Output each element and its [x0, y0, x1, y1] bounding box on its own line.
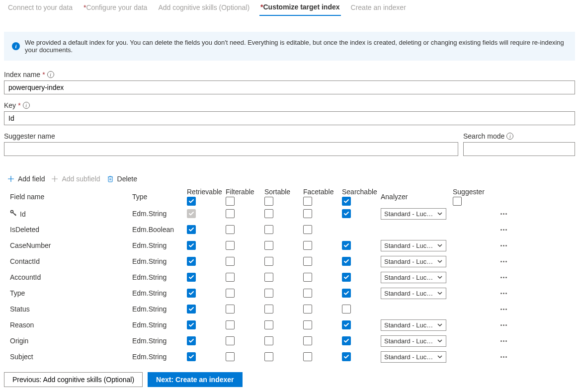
checkbox-searchable[interactable]	[342, 257, 351, 266]
table-row[interactable]: AccountIdEdm.StringStandard - Luce...	[4, 269, 518, 285]
checkbox-facetable[interactable]	[303, 320, 312, 329]
checkbox-searchable[interactable]	[342, 305, 351, 314]
help-icon[interactable]: i	[506, 133, 513, 140]
search-mode-input[interactable]	[463, 142, 575, 156]
checkbox-facetable[interactable]	[303, 336, 312, 345]
more-icon[interactable]	[489, 277, 518, 278]
checkbox-facetable[interactable]	[303, 209, 312, 218]
next-button[interactable]: Next: Create an indexer	[148, 372, 242, 381]
analyzer-select[interactable]: Standard - Luce...	[381, 208, 446, 220]
table-row[interactable]: ContactIdEdm.StringStandard - Luce...	[4, 253, 518, 269]
checkbox-retrievable[interactable]	[187, 273, 196, 282]
add-field-button[interactable]: Add field	[7, 175, 45, 183]
checkbox-retrievable[interactable]	[187, 352, 196, 361]
tab-1[interactable]: *Configure your data	[83, 1, 148, 15]
checkbox-facetable[interactable]	[303, 257, 312, 266]
analyzer-select[interactable]: Standard - Luce...	[381, 319, 446, 331]
checkbox-filterable[interactable]	[226, 257, 235, 266]
checkbox-searchable[interactable]	[342, 241, 351, 250]
checkbox-sortable[interactable]	[264, 320, 273, 329]
checkbox-sortable[interactable]	[264, 241, 273, 250]
more-icon[interactable]	[489, 324, 518, 326]
key-input[interactable]	[4, 111, 575, 125]
tab-3[interactable]: *Customize target index	[259, 1, 340, 16]
analyzer-select[interactable]: Standard - Luce...	[381, 288, 446, 299]
checkbox-retrievable[interactable]	[187, 320, 196, 329]
help-icon[interactable]: i	[23, 102, 30, 109]
checkbox-retrievable[interactable]	[187, 225, 196, 234]
checkbox-sortable[interactable]	[264, 273, 273, 282]
checkbox-filterable[interactable]	[226, 289, 235, 298]
more-icon[interactable]	[489, 261, 518, 262]
checkbox-facetable[interactable]	[303, 225, 312, 234]
checkbox-filterable[interactable]	[226, 336, 235, 345]
table-row[interactable]: IsDeletedEdm.Boolean	[4, 222, 518, 237]
tab-4[interactable]: Create an indexer	[350, 1, 407, 15]
analyzer-select[interactable]: Standard - Luce...	[381, 351, 446, 363]
checkbox-facetable[interactable]	[303, 305, 312, 314]
table-row[interactable]: OriginEdm.StringStandard - Luce...	[4, 333, 518, 349]
checkbox-searchable[interactable]	[342, 320, 351, 329]
header-checkbox-filterable[interactable]	[226, 197, 235, 206]
header-checkbox-facetable[interactable]	[303, 197, 312, 206]
checkbox-retrievable[interactable]	[187, 305, 196, 314]
more-icon[interactable]	[489, 229, 518, 231]
table-row[interactable]: SubjectEdm.StringStandard - Luce...	[4, 349, 518, 365]
analyzer-select[interactable]: Standard - Luce...	[381, 272, 446, 283]
more-icon[interactable]	[489, 213, 518, 215]
checkbox-filterable[interactable]	[226, 241, 235, 250]
checkbox-filterable[interactable]	[226, 209, 235, 218]
checkbox-searchable[interactable]	[342, 209, 351, 218]
tab-0[interactable]: Connect to your data	[7, 1, 74, 15]
checkbox-searchable[interactable]	[342, 289, 351, 298]
checkbox-sortable[interactable]	[264, 352, 273, 361]
analyzer-select[interactable]: Standard - Luce...	[381, 240, 446, 251]
table-row[interactable]: ReasonEdm.StringStandard - Luce...	[4, 317, 518, 333]
table-row[interactable]: StatusEdm.String	[4, 301, 518, 317]
tab-2[interactable]: Add cognitive skills (Optional)	[157, 1, 250, 15]
more-icon[interactable]	[489, 356, 518, 358]
header-checkbox-retrievable[interactable]	[187, 197, 196, 206]
more-icon[interactable]	[489, 293, 518, 294]
more-icon[interactable]	[489, 309, 518, 310]
checkbox-facetable[interactable]	[303, 273, 312, 282]
checkbox-filterable[interactable]	[226, 352, 235, 361]
table-row[interactable]: IdEdm.StringStandard - Luce...	[4, 206, 518, 222]
table-row[interactable]: CaseNumberEdm.StringStandard - Luce...	[4, 237, 518, 253]
checkbox-facetable[interactable]	[303, 352, 312, 361]
checkbox-filterable[interactable]	[226, 273, 235, 282]
checkbox-facetable[interactable]	[303, 289, 312, 298]
checkbox-filterable[interactable]	[226, 225, 235, 234]
checkbox-retrievable[interactable]	[187, 289, 196, 298]
help-icon[interactable]: i	[47, 71, 54, 78]
checkbox-sortable[interactable]	[264, 225, 273, 234]
checkbox-searchable[interactable]	[342, 352, 351, 361]
analyzer-select[interactable]: Standard - Luce...	[381, 335, 446, 347]
checkbox-retrievable[interactable]	[187, 257, 196, 266]
more-icon[interactable]	[489, 340, 518, 342]
index-name-input[interactable]	[4, 80, 575, 94]
table-row[interactable]: TypeEdm.StringStandard - Luce...	[4, 285, 518, 301]
checkbox-facetable[interactable]	[303, 241, 312, 250]
checkbox-searchable[interactable]	[342, 336, 351, 345]
analyzer-select[interactable]: Standard - Luce...	[381, 256, 446, 267]
checkbox-sortable[interactable]	[264, 209, 273, 218]
delete-button[interactable]: Delete	[106, 175, 137, 183]
suggester-input[interactable]	[4, 142, 458, 156]
more-icon[interactable]	[489, 245, 518, 246]
checkbox-retrievable[interactable]	[187, 209, 196, 218]
col-facetable: Facetable	[303, 188, 342, 206]
checkbox-sortable[interactable]	[264, 289, 273, 298]
checkbox-sortable[interactable]	[264, 336, 273, 345]
header-checkbox-sortable[interactable]	[264, 197, 273, 206]
checkbox-filterable[interactable]	[226, 305, 235, 314]
previous-button[interactable]: Previous: Add cognitive skills (Optional…	[4, 372, 143, 381]
header-checkbox-searchable[interactable]	[342, 197, 351, 206]
checkbox-sortable[interactable]	[264, 257, 273, 266]
checkbox-sortable[interactable]	[264, 305, 273, 314]
checkbox-retrievable[interactable]	[187, 336, 196, 345]
header-checkbox-suggester[interactable]	[453, 197, 462, 206]
checkbox-filterable[interactable]	[226, 320, 235, 329]
checkbox-retrievable[interactable]	[187, 241, 196, 250]
checkbox-searchable[interactable]	[342, 273, 351, 282]
